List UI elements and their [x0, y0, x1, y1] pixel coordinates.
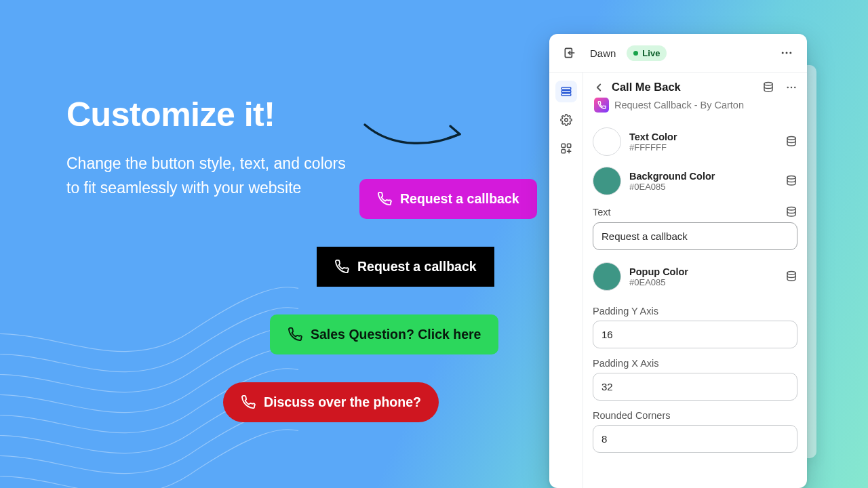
setting-popup-color[interactable]: Popup Color #0EA085 [593, 257, 797, 296]
demo-button-red[interactable]: Discuss over the phone? [223, 382, 439, 422]
app-source-row: Request Callback - By Carton [594, 98, 797, 113]
padding-y-input[interactable] [593, 321, 797, 348]
setting-label: Background Color [629, 171, 777, 182]
field-label-padding-y: Padding Y Axis [593, 306, 797, 317]
exit-button[interactable] [560, 43, 579, 62]
svg-point-3 [789, 52, 791, 54]
back-button[interactable] [593, 81, 605, 94]
svg-rect-9 [567, 144, 570, 147]
database-icon [785, 175, 797, 187]
demo-button-label: Request a callback [357, 259, 477, 274]
setting-label: Text Color [629, 131, 777, 142]
demo-button-magenta[interactable]: Request a callback [359, 179, 537, 219]
svg-point-18 [787, 272, 795, 275]
svg-rect-4 [561, 87, 571, 89]
database-icon [762, 81, 774, 94]
svg-point-1 [782, 52, 784, 54]
svg-rect-6 [561, 94, 571, 96]
more-button[interactable] [777, 43, 796, 62]
status-text: Live [642, 48, 660, 58]
status-dot-icon [633, 51, 638, 56]
dynamic-source-button[interactable] [762, 81, 774, 94]
decorative-waves [0, 244, 298, 488]
rail-sections[interactable] [555, 81, 577, 102]
phone-icon [377, 192, 392, 207]
more-icon [785, 81, 797, 94]
demo-button-label: Sales Question? Click here [311, 327, 481, 342]
demo-button-black[interactable]: Request a callback [317, 247, 494, 287]
app-icon [594, 98, 609, 113]
field-label-padding-x: Padding X Axis [593, 358, 797, 369]
setting-value: #0EA085 [629, 182, 777, 192]
editor-topbar: Dawn Live [549, 34, 807, 73]
section-title: Call Me Back [612, 81, 681, 94]
marketing-copy: Customize it! Change the button style, t… [66, 95, 358, 200]
demo-button-green[interactable]: Sales Question? Click here [270, 314, 498, 354]
headline: Customize it! [66, 95, 358, 134]
setting-value: #0EA085 [629, 277, 777, 287]
setting-value: #FFFFFF [629, 142, 777, 152]
phone-icon [241, 395, 256, 410]
svg-point-17 [787, 207, 795, 211]
setting-text-color[interactable]: Text Color #FFFFFF [593, 122, 797, 161]
phone-icon [288, 327, 302, 342]
gear-icon [560, 114, 572, 126]
more-icon [780, 46, 793, 60]
svg-point-7 [564, 119, 568, 122]
sections-icon [560, 85, 572, 98]
chevron-left-icon [593, 81, 605, 94]
section-more-button[interactable] [785, 81, 797, 94]
rounded-input[interactable] [593, 425, 797, 453]
exit-icon [563, 46, 576, 60]
theme-name: Dawn [590, 47, 616, 59]
arrow-icon [361, 115, 469, 156]
svg-point-14 [794, 86, 796, 88]
database-icon [785, 136, 797, 148]
setting-background-color[interactable]: Background Color #0EA085 [593, 161, 797, 201]
rail-settings[interactable] [555, 109, 577, 131]
svg-rect-8 [561, 144, 565, 147]
editor-panel: Dawn Live [549, 34, 807, 488]
promo-stage: Customize it! Change the button style, t… [0, 0, 868, 488]
color-swatch [593, 127, 621, 156]
padding-x-input[interactable] [593, 373, 797, 401]
setting-label: Popup Color [629, 266, 777, 277]
app-name: Request Callback - By Carton [614, 100, 744, 110]
rail-apps[interactable] [555, 138, 577, 159]
field-label-rounded: Rounded Corners [593, 410, 797, 421]
database-icon [785, 270, 797, 283]
svg-point-11 [764, 82, 772, 85]
color-swatch [593, 262, 621, 291]
section-header: Call Me Back [593, 81, 797, 94]
subline: Change the button style, text, and color… [66, 152, 358, 200]
database-icon [785, 206, 797, 218]
svg-point-12 [787, 86, 789, 88]
svg-point-16 [787, 176, 795, 180]
color-swatch [593, 167, 621, 195]
svg-point-13 [791, 86, 793, 88]
status-badge: Live [627, 45, 667, 61]
phone-icon [334, 260, 349, 274]
phone-icon [597, 101, 606, 110]
svg-rect-5 [561, 91, 571, 93]
demo-button-label: Request a callback [400, 191, 519, 207]
editor-rail [549, 73, 583, 488]
field-label-text: Text [593, 207, 611, 218]
apps-icon [560, 142, 572, 155]
text-input[interactable] [593, 222, 797, 250]
demo-button-label: Discuss over the phone? [264, 394, 421, 410]
svg-point-2 [786, 52, 788, 54]
editor-content: Call Me Back Request Callback - By Carto… [583, 73, 807, 488]
svg-rect-10 [561, 150, 565, 153]
svg-point-15 [787, 137, 795, 140]
